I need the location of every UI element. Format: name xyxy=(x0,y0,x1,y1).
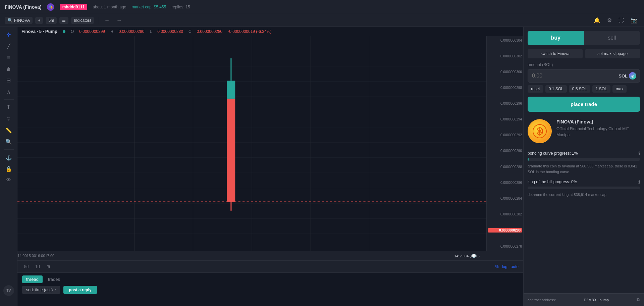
time-axis: 14:00 15:00 16:00 17:00 🕐 14:29:04 (UTC) xyxy=(17,251,523,260)
screenshot-button[interactable]: 📷 xyxy=(629,16,639,24)
fullscreen-button[interactable]: ⛶ xyxy=(616,16,626,24)
right-panel: buy sell switch to Finova set max slippa… xyxy=(523,27,644,306)
ohlc-l-value: 0.0000000280 xyxy=(157,29,183,34)
bonding-curve-info-icon[interactable]: ℹ xyxy=(638,151,640,156)
time-labels: 14:00 15:00 16:00 17:00 🕐 xyxy=(17,254,483,258)
compare-button[interactable]: ⊞ xyxy=(45,264,52,270)
anchor-tool[interactable]: ⚓ xyxy=(3,152,14,162)
emoji-tool[interactable]: ☺ xyxy=(3,114,14,124)
token-details: FINOVA (Finova) Official Financial Techn… xyxy=(556,119,640,138)
price-level-298: 0.0000000298 xyxy=(488,86,522,90)
ohlc-h-value: 0.0000000280 xyxy=(119,29,145,34)
quick-01sol[interactable]: 0.1 SOL xyxy=(545,85,567,93)
price-level-284: 0.0000000284 xyxy=(488,197,522,200)
bonding-curve-desc: graduate this coin to raydium at $80,536… xyxy=(528,163,640,174)
price-level-300: 0.0000000300 xyxy=(488,70,522,74)
line-tool[interactable]: ╱ xyxy=(3,41,14,51)
ohlc-o-label: O xyxy=(71,29,74,34)
market-cap: market cap: $5,455 xyxy=(131,5,166,9)
indicators-button[interactable]: Indicators xyxy=(71,17,94,24)
log-toggle[interactable]: log xyxy=(502,264,507,269)
symbol-search[interactable]: 🔍 FINOVA xyxy=(5,17,33,24)
sol-icon: ◎ xyxy=(629,72,636,80)
left-tools: ✛ ╱ ≡ ⋔ ⊟ ∧ T ☺ 📏 🔍 ⚓ 🔒 👁 TV xyxy=(0,27,17,306)
quick-reset[interactable]: reset xyxy=(528,85,543,93)
zoom-tool[interactable]: 🔍 xyxy=(3,137,14,147)
buy-tab[interactable]: buy xyxy=(528,31,584,45)
percent-toggle[interactable]: % xyxy=(495,264,499,269)
timeframe-button[interactable]: 5m xyxy=(46,17,57,24)
chart-header: Finova · 5 · Pump O 0.0000000299 H 0.000… xyxy=(17,27,523,36)
crosshair-tool[interactable]: ✛ xyxy=(3,30,14,40)
main-layout: ✛ ╱ ≡ ⋔ ⊟ ∧ T ☺ 📏 🔍 ⚓ 🔒 👁 TV Finova · 5 … xyxy=(0,27,644,306)
replies: replies: 15 xyxy=(171,5,190,9)
price-level-294: 0.0000000294 xyxy=(488,117,522,121)
quick-05sol[interactable]: 0.5 SOL xyxy=(569,85,590,93)
measure-tool[interactable]: 📏 xyxy=(3,125,14,135)
price-change: -0.0000000019 (-6.34%) xyxy=(228,29,271,34)
token-detail-name: FINOVA (Finova) xyxy=(556,119,640,124)
sell-tab[interactable]: sell xyxy=(584,31,640,45)
auto-toggle[interactable]: auto xyxy=(511,264,519,269)
bottom-actions: sort: time (asc) ↑ post a reply xyxy=(17,283,523,297)
eye-tool[interactable]: 👁 xyxy=(3,175,14,185)
set-max-slippage-button[interactable]: set max slippage xyxy=(585,49,640,58)
timestamp: 14:29:04 (UTC) xyxy=(454,254,480,258)
alert-button[interactable]: 🔔 xyxy=(592,16,602,24)
king-of-hill-info-icon[interactable]: ℹ xyxy=(638,179,640,185)
copy-icon[interactable]: ⧉ xyxy=(637,297,640,303)
fork-tool[interactable]: ⋔ xyxy=(3,64,14,74)
amount-input[interactable] xyxy=(528,69,615,82)
tab-thread[interactable]: thread xyxy=(22,275,43,283)
price-level-282: 0.0000000282 xyxy=(488,212,522,216)
username-badge[interactable]: mhddd9111 xyxy=(60,4,88,10)
current-price-label: 0.0000000280 xyxy=(488,228,522,233)
settings-button[interactable]: ⚙ xyxy=(605,16,614,24)
svg-rect-11 xyxy=(227,99,235,202)
chart-area[interactable]: 0.0000000304 0.0000000302 0.0000000300 0… xyxy=(17,36,523,251)
pump-icon: 🎭 xyxy=(47,3,54,11)
price-level-278: 0.0000000278 xyxy=(488,245,522,248)
contract-label: contract address: xyxy=(528,298,556,302)
token-detail-description: Official Financial Technology Club of MI… xyxy=(556,126,640,138)
amount-input-row[interactable]: SOL ◎ xyxy=(528,69,640,83)
bottom-section: thread trades sort: time (asc) ↑ post a … xyxy=(17,272,523,306)
add-symbol-button[interactable]: + xyxy=(35,17,43,24)
ohlc-h-label: H xyxy=(110,29,113,34)
time-label-17: 17:00 xyxy=(45,254,55,258)
tab-trades[interactable]: trades xyxy=(44,275,64,283)
period-1d-button[interactable]: 1d xyxy=(33,264,42,270)
chart-right-controls: % log auto xyxy=(495,264,519,269)
horizontal-line-tool[interactable]: ≡ xyxy=(3,52,14,62)
king-of-hill-row: king of the hill progress: 0% ℹ xyxy=(528,179,640,185)
price-level-286: 0.0000000286 xyxy=(488,181,522,185)
text-tool[interactable]: T xyxy=(3,102,14,112)
bottom-tabs: thread trades xyxy=(17,273,523,283)
chart-container: Finova · 5 · Pump O 0.0000000299 H 0.000… xyxy=(17,27,523,306)
place-trade-button[interactable]: place trade xyxy=(528,97,640,112)
tradingview-logo: TV xyxy=(3,285,14,296)
arc-tool[interactable]: ∧ xyxy=(3,87,14,97)
channel-tool[interactable]: ⊟ xyxy=(3,75,14,85)
quick-1sol[interactable]: 1 SOL xyxy=(592,85,610,93)
king-of-hill-progress-bar xyxy=(528,187,640,189)
period-5d-button[interactable]: 5d xyxy=(22,264,31,270)
lock-tool[interactable]: 🔒 xyxy=(3,164,14,174)
toolbar-separator xyxy=(98,17,98,24)
price-level-296: 0.0000000296 xyxy=(488,102,522,105)
redo-button[interactable]: → xyxy=(114,16,124,24)
price-level-288: 0.0000000288 xyxy=(488,165,522,169)
bonding-curve-progress-fill xyxy=(528,158,529,161)
amount-label: amount (SOL) xyxy=(524,61,644,69)
tool-separator-1 xyxy=(4,99,14,100)
switch-to-finova-button[interactable]: switch to Finova xyxy=(528,49,583,58)
contract-row: contract address: D5MBX...pump ⧉ xyxy=(524,293,644,306)
token-logo xyxy=(528,119,552,143)
quick-amounts: reset 0.1 SOL 0.5 SOL 1 SOL max xyxy=(524,85,644,96)
undo-button[interactable]: ← xyxy=(102,16,112,24)
sort-button[interactable]: sort: time (asc) ↑ xyxy=(22,286,60,294)
quick-max[interactable]: max xyxy=(612,85,627,93)
post-reply-button[interactable]: post a reply xyxy=(63,286,97,294)
token-logo-inner xyxy=(528,120,551,143)
chart-type-button[interactable]: ⚌ xyxy=(59,17,68,24)
